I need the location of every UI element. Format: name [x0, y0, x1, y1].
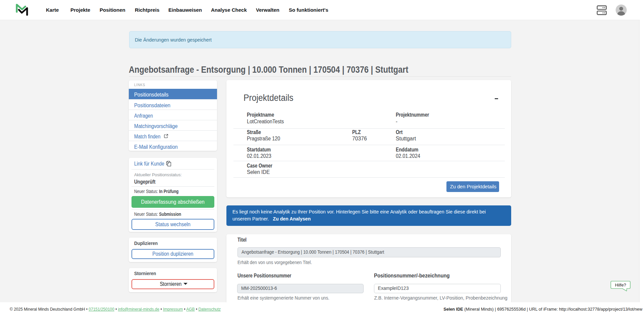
svg-text:Hilfe?: Hilfe?: [615, 282, 626, 288]
